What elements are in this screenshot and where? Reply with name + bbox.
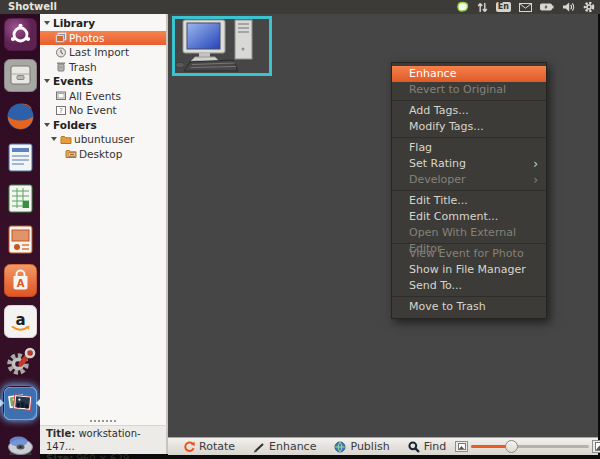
menu-item-set-rating[interactable]: Set Rating› (392, 156, 546, 172)
menu-item-move-to-trash[interactable]: Move to Trash (392, 299, 546, 315)
enhance-button[interactable]: Enhance (244, 439, 325, 455)
zoom-out-photo-icon[interactable] (455, 441, 468, 452)
menu-item-flag[interactable]: Flag (392, 140, 546, 156)
launcher-item-system-settings[interactable] (0, 344, 40, 381)
slider-knob[interactable] (505, 440, 518, 453)
menu-separator (392, 296, 546, 297)
photo-size-value: 960 × 629 (76, 453, 129, 459)
menu-item-developer: Developer› (392, 172, 546, 188)
all-events-icon (55, 90, 67, 101)
window-title: Shotwell (8, 0, 57, 14)
photo-info-panel: Title: workstation-147... Size: 960 × 62… (40, 425, 168, 454)
launcher-item-file-manager[interactable] (0, 57, 40, 94)
no-event-icon: ? (55, 105, 67, 116)
last-import-clock-icon (55, 47, 67, 58)
session-gear-icon[interactable] (583, 1, 595, 13)
expander-triangle-icon[interactable] (44, 21, 50, 25)
enhance-icon (253, 441, 265, 453)
photo-size-line: Size: 960 × 629 (46, 453, 166, 459)
photos-icon (55, 32, 67, 43)
menu-separator (392, 100, 546, 101)
shotwell-window: Shotwell En A a Library Photos Last Impo… (0, 0, 600, 459)
launcher-item-libreoffice-calc[interactable] (0, 180, 40, 217)
publish-globe-icon (334, 441, 346, 453)
selected-photo-thumbnail[interactable] (172, 16, 272, 76)
mail-envelope-icon[interactable] (519, 3, 532, 12)
launcher-item-ubuntu-software-center[interactable]: A (0, 262, 40, 299)
photo-size-label: Size: (46, 453, 73, 459)
launcher-item-amazon[interactable]: a (0, 303, 40, 340)
messaging-blob-icon[interactable] (456, 1, 469, 13)
submenu-arrow-icon: › (533, 172, 538, 188)
unity-launcher: A a (0, 14, 40, 459)
keyboard-layout-indicator[interactable]: En (496, 2, 511, 12)
launcher-item-shotwell[interactable] (0, 385, 40, 422)
menu-item-view-event-for-photo: View Event for Photo (392, 246, 546, 262)
menu-item-open-with-external-editor: Open With External Editor (392, 225, 546, 241)
launcher-item-firefox[interactable] (0, 98, 40, 135)
desktop-folder-icon (65, 148, 77, 159)
sidebar-item-ubuntuuser[interactable]: ubuntuuser (40, 132, 166, 147)
sidebar-item-trash[interactable]: Trash (40, 60, 166, 75)
menu-item-enhance[interactable]: Enhance (392, 66, 546, 82)
menu-item-send-to[interactable]: Send To... (392, 278, 546, 294)
svg-text:a: a (15, 311, 25, 329)
workstation-clipart (175, 19, 269, 73)
launcher-item-libreoffice-writer[interactable] (0, 139, 40, 176)
rotate-button[interactable]: Rotate (174, 439, 244, 455)
photo-title-line: Title: workstation-147... (46, 428, 166, 453)
sidebar-item-desktop[interactable]: Desktop (40, 147, 166, 162)
menu-item-modify-tags[interactable]: Modify Tags... (392, 119, 546, 135)
active-glow (3, 386, 36, 419)
launcher-item-ubuntu-dash[interactable] (0, 16, 40, 53)
svg-text:?: ? (59, 107, 62, 115)
expander-triangle-icon[interactable] (44, 123, 50, 127)
menu-item-edit-comment[interactable]: Edit Comment... (392, 209, 546, 225)
pane-resize-grip[interactable] (40, 418, 168, 425)
sync-arrows-icon[interactable] (477, 2, 488, 13)
sidebar-item-all-events[interactable]: All Events (40, 89, 166, 104)
battery-icon[interactable] (540, 3, 554, 11)
menu-item-revert-to-original: Revert to Original (392, 82, 546, 98)
photo-title-label: Title: (46, 428, 75, 439)
submenu-arrow-icon: › (533, 156, 538, 172)
find-magnifier-icon (408, 441, 420, 453)
find-button[interactable]: Find (399, 439, 456, 455)
publish-button[interactable]: Publish (325, 439, 398, 455)
top-panel: Shotwell En (0, 0, 600, 14)
library-sidebar: Library Photos Last Import Trash Events … (40, 14, 168, 418)
sidebar-section-library[interactable]: Library (40, 16, 166, 31)
folder-icon (60, 134, 72, 145)
launcher-item-disk-burner[interactable] (0, 426, 40, 459)
sidebar-section-folders[interactable]: Folders (40, 118, 166, 133)
menu-separator (392, 137, 546, 138)
menu-separator (392, 190, 546, 191)
sidebar-section-events[interactable]: Events (40, 74, 166, 89)
menu-item-add-tags[interactable]: Add Tags... (392, 103, 546, 119)
sidebar-item-last-import[interactable]: Last Import (40, 45, 166, 60)
context-menu: Enhance Revert to Original Add Tags... M… (391, 62, 547, 319)
menu-item-show-in-file-manager[interactable]: Show in File Manager (392, 262, 546, 278)
volume-icon[interactable] (562, 2, 575, 12)
zoom-in-photo-icon[interactable] (592, 440, 600, 453)
expander-triangle-icon[interactable] (44, 79, 50, 83)
trash-icon (55, 61, 67, 72)
svg-text:A: A (16, 278, 24, 289)
launcher-item-libreoffice-impress[interactable] (0, 221, 40, 258)
rotate-icon (183, 441, 195, 453)
sidebar-item-no-event[interactable]: ?No Event (40, 103, 166, 118)
bottom-toolbar: Rotate Enhance Publish Find (168, 437, 598, 455)
zoom-control (455, 440, 600, 453)
thumbnail-size-slider[interactable] (471, 440, 589, 453)
menu-item-edit-title[interactable]: Edit Title... (392, 193, 546, 209)
expander-triangle-icon[interactable] (51, 137, 57, 141)
sidebar-item-photos[interactable]: Photos (40, 31, 166, 46)
system-tray: En (456, 0, 595, 14)
